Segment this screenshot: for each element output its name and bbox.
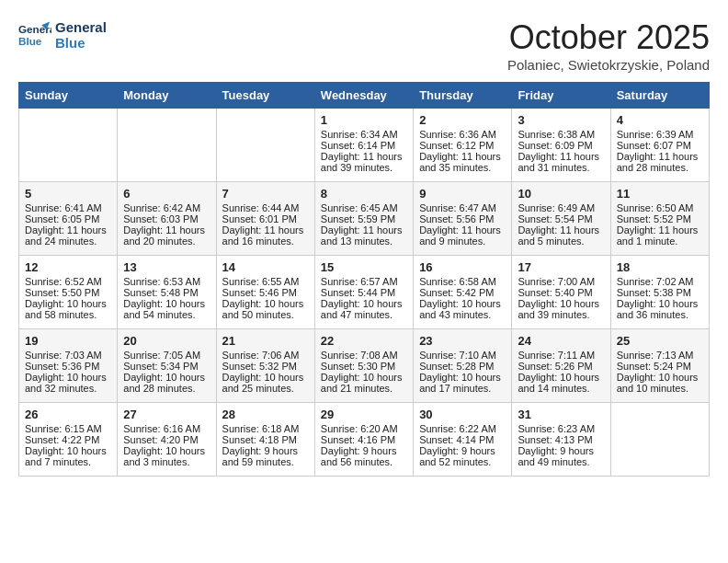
day-info: and 28 minutes. <box>123 383 210 394</box>
day-number: 9 <box>419 187 506 201</box>
day-info: Sunrise: 6:42 AM <box>123 202 210 213</box>
day-info: and 10 minutes. <box>617 383 703 394</box>
logo-icon: General Blue <box>18 18 51 52</box>
day-number: 11 <box>617 187 703 201</box>
day-info: Daylight: 10 hours <box>25 372 111 383</box>
day-number: 31 <box>518 408 604 421</box>
day-info: Sunset: 5:36 PM <box>25 361 111 372</box>
week-row-5: 26Sunrise: 6:15 AMSunset: 4:22 PMDayligh… <box>19 403 710 477</box>
day-info: and 56 minutes. <box>321 456 407 467</box>
day-info: Sunrise: 6:34 AM <box>321 129 407 140</box>
day-info: Daylight: 11 hours <box>617 151 703 162</box>
day-info: Sunrise: 6:57 AM <box>321 276 407 287</box>
day-number: 7 <box>222 187 309 201</box>
day-cell <box>216 109 314 182</box>
day-cell: 26Sunrise: 6:15 AMSunset: 4:22 PMDayligh… <box>19 403 118 477</box>
day-info: Sunset: 4:16 PM <box>321 434 407 445</box>
day-info: Sunset: 6:09 PM <box>518 140 604 151</box>
week-row-3: 12Sunrise: 6:52 AMSunset: 5:50 PMDayligh… <box>19 256 710 329</box>
weekday-header-monday: Monday <box>118 83 216 109</box>
day-info: Sunrise: 6:39 AM <box>617 129 703 140</box>
day-number: 3 <box>518 113 604 127</box>
day-info: and 58 minutes. <box>25 309 111 320</box>
day-cell: 12Sunrise: 6:52 AMSunset: 5:50 PMDayligh… <box>19 256 118 329</box>
day-info: Daylight: 11 hours <box>518 224 604 236</box>
day-info: Sunrise: 6:53 AM <box>123 276 210 287</box>
day-info: Daylight: 10 hours <box>321 372 407 383</box>
day-info: Sunrise: 7:00 AM <box>518 276 604 287</box>
day-cell: 22Sunrise: 7:08 AMSunset: 5:30 PMDayligh… <box>314 329 413 403</box>
day-number: 19 <box>25 334 111 348</box>
day-cell: 4Sunrise: 6:39 AMSunset: 6:07 PMDaylight… <box>610 109 709 182</box>
day-info: Sunset: 6:07 PM <box>617 140 703 151</box>
day-info: Sunset: 6:12 PM <box>419 140 506 151</box>
day-info: Sunrise: 7:10 AM <box>419 350 506 361</box>
day-info: and 32 minutes. <box>25 383 111 394</box>
day-info: Sunset: 5:28 PM <box>419 361 506 372</box>
day-cell: 3Sunrise: 6:38 AMSunset: 6:09 PMDaylight… <box>512 109 610 182</box>
day-number: 14 <box>222 260 309 274</box>
day-info: Daylight: 10 hours <box>123 372 210 383</box>
day-number: 27 <box>123 408 210 421</box>
day-info: and 13 minutes. <box>321 236 407 247</box>
day-info: Sunset: 6:01 PM <box>222 213 309 224</box>
day-info: and 39 minutes. <box>518 309 604 320</box>
day-number: 12 <box>25 260 111 274</box>
day-number: 28 <box>222 408 309 421</box>
day-info: Daylight: 10 hours <box>617 372 703 383</box>
location: Polaniec, Swietokrzyskie, Poland <box>507 57 710 73</box>
day-info: Daylight: 11 hours <box>617 224 703 236</box>
day-info: Daylight: 10 hours <box>617 298 703 309</box>
day-info: and 47 minutes. <box>321 309 407 320</box>
day-info: Daylight: 10 hours <box>518 298 604 309</box>
day-info: Sunrise: 6:45 AM <box>321 202 407 213</box>
svg-text:Blue: Blue <box>18 35 42 47</box>
day-info: and 35 minutes. <box>419 162 506 173</box>
day-info: Daylight: 11 hours <box>321 151 407 162</box>
day-info: and 5 minutes. <box>518 236 604 247</box>
day-info: and 25 minutes. <box>222 383 309 394</box>
day-info: Sunrise: 6:41 AM <box>25 202 111 213</box>
day-info: and 24 minutes. <box>25 236 111 247</box>
day-info: Daylight: 9 hours <box>222 445 309 456</box>
week-row-1: 1Sunrise: 6:34 AMSunset: 6:14 PMDaylight… <box>19 109 710 182</box>
day-cell: 20Sunrise: 7:05 AMSunset: 5:34 PMDayligh… <box>118 329 216 403</box>
day-info: Sunset: 5:32 PM <box>222 361 309 372</box>
weekday-header-saturday: Saturday <box>610 83 709 109</box>
day-info: Daylight: 10 hours <box>419 298 506 309</box>
day-number: 17 <box>518 260 604 274</box>
day-info: and 31 minutes. <box>518 162 604 173</box>
day-info: and 17 minutes. <box>419 383 506 394</box>
day-number: 23 <box>419 334 506 348</box>
day-number: 21 <box>222 334 309 348</box>
day-number: 26 <box>25 408 111 421</box>
day-info: Sunrise: 6:20 AM <box>321 423 407 434</box>
day-info: Daylight: 10 hours <box>222 298 309 309</box>
day-info: Sunset: 4:22 PM <box>25 434 111 445</box>
day-number: 2 <box>419 113 506 127</box>
day-info: Sunrise: 6:55 AM <box>222 276 309 287</box>
day-info: Sunset: 6:14 PM <box>321 140 407 151</box>
day-info: Sunset: 5:56 PM <box>419 213 506 224</box>
day-info: Daylight: 11 hours <box>419 224 506 236</box>
day-info: Daylight: 10 hours <box>123 298 210 309</box>
day-number: 30 <box>419 408 506 421</box>
day-info: Sunset: 5:52 PM <box>617 213 703 224</box>
day-info: and 39 minutes. <box>321 162 407 173</box>
day-info: Sunset: 5:44 PM <box>321 287 407 298</box>
day-cell <box>118 109 216 182</box>
day-info: Sunrise: 6:49 AM <box>518 202 604 213</box>
day-info: Sunset: 5:34 PM <box>123 361 210 372</box>
day-cell: 25Sunrise: 7:13 AMSunset: 5:24 PMDayligh… <box>610 329 709 403</box>
logo: General Blue General Blue <box>18 18 107 52</box>
title-block: October 2025 Polaniec, Swietokrzyskie, P… <box>507 18 710 73</box>
day-info: Daylight: 10 hours <box>123 445 210 456</box>
day-info: and 16 minutes. <box>222 236 309 247</box>
day-number: 24 <box>518 334 604 348</box>
day-info: and 52 minutes. <box>419 456 506 467</box>
day-info: and 20 minutes. <box>123 236 210 247</box>
day-cell: 6Sunrise: 6:42 AMSunset: 6:03 PMDaylight… <box>118 182 216 256</box>
weekday-header-row: SundayMondayTuesdayWednesdayThursdayFrid… <box>19 83 710 109</box>
day-cell: 5Sunrise: 6:41 AMSunset: 6:05 PMDaylight… <box>19 182 118 256</box>
day-number: 20 <box>123 334 210 348</box>
